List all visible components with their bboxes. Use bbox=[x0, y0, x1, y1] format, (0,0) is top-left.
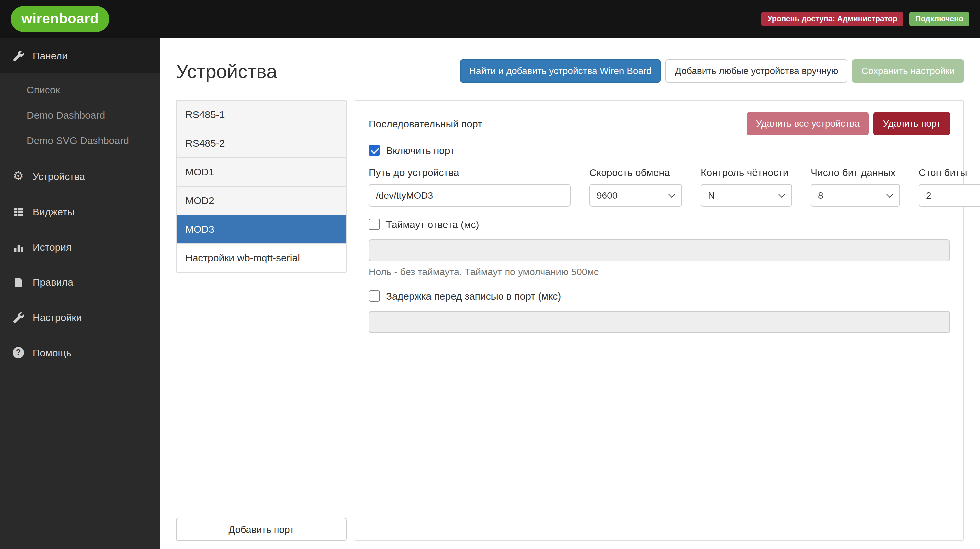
panel-title: Последовательный порт bbox=[369, 118, 482, 129]
port-list-item-rs485-2[interactable]: RS485-2 bbox=[177, 129, 346, 158]
wirenboard-logo[interactable]: wirenboard bbox=[11, 6, 109, 32]
settings-wrench-icon bbox=[13, 312, 24, 323]
port-settings-form: Путь до устройства Скорость обмена 9600 … bbox=[369, 167, 950, 206]
sidebar-item-devices[interactable]: ⚙ Устройства bbox=[0, 159, 160, 194]
sidebar-item-label: Настройки bbox=[33, 310, 82, 325]
sidebar-item-label: Помощь bbox=[33, 345, 72, 360]
parity-value: N bbox=[708, 190, 715, 200]
sidebar-item-demo-svg-dashboard[interactable]: Demo SVG Dashboard bbox=[0, 128, 160, 153]
sidebar-item-panels[interactable]: Панели bbox=[0, 38, 160, 73]
response-timeout-help: Ноль - без таймаута. Таймаут по умолчани… bbox=[369, 267, 950, 277]
port-list-column: RS485-1 RS485-2 MOD1 MOD2 MOD3 Настройки… bbox=[176, 100, 347, 541]
sidebar-item-history[interactable]: История bbox=[0, 229, 160, 265]
parity-select[interactable]: N bbox=[701, 184, 792, 206]
response-timeout-checkbox[interactable] bbox=[369, 219, 380, 230]
data-bits-select[interactable]: 8 bbox=[811, 184, 900, 206]
add-port-button[interactable]: Добавить порт bbox=[176, 518, 347, 541]
find-add-devices-button[interactable]: Найти и добавить устройства Wiren Board bbox=[460, 59, 661, 83]
sidebar-item-list[interactable]: Список bbox=[0, 77, 160, 103]
main-content: Устройства Найти и добавить устройства W… bbox=[160, 38, 980, 549]
write-delay-label: Задержка перед записью в порт (мкс) bbox=[386, 290, 561, 302]
port-list-item-mod2[interactable]: MOD2 bbox=[177, 187, 346, 215]
sidebar: Панели Список Demo Dashboard Demo SVG Da… bbox=[0, 38, 160, 549]
baud-rate-label: Скорость обмена bbox=[589, 167, 682, 178]
gear-icon: ⚙ bbox=[13, 171, 24, 182]
widgets-icon bbox=[13, 206, 24, 217]
content-header: Устройства Найти и добавить устройства W… bbox=[176, 59, 964, 83]
sidebar-item-label: Панели bbox=[33, 48, 68, 63]
serial-port-panel: Последовательный порт Удалить все устрой… bbox=[355, 100, 964, 541]
baud-rate-value: 9600 bbox=[597, 190, 617, 200]
device-path-label: Путь до устройства bbox=[369, 167, 571, 178]
panel-header: Последовательный порт Удалить все устрой… bbox=[369, 112, 950, 135]
enable-port-row: Включить порт bbox=[369, 144, 950, 156]
sidebar-item-label: Устройства bbox=[33, 168, 85, 184]
enable-port-checkbox[interactable] bbox=[369, 144, 380, 156]
enable-port-label: Включить порт bbox=[386, 144, 455, 156]
stop-bits-value: 2 bbox=[926, 190, 931, 200]
chevron-down-icon bbox=[668, 190, 675, 197]
port-list: RS485-1 RS485-2 MOD1 MOD2 MOD3 Настройки… bbox=[176, 100, 347, 273]
response-timeout-row: Таймаут ответа (мс) bbox=[369, 219, 950, 230]
sidebar-item-label: История bbox=[33, 239, 72, 254]
app-root: wirenboard Уровень доступа: Администрато… bbox=[0, 0, 980, 549]
parity-label: Контроль чётности bbox=[701, 167, 792, 178]
rules-file-icon bbox=[13, 276, 24, 288]
access-level-badge: Уровень доступа: Администратор bbox=[761, 12, 903, 26]
stop-bits-label: Стоп биты bbox=[919, 167, 980, 178]
save-settings-button[interactable]: Сохранить настройки bbox=[852, 59, 964, 83]
sidebar-item-demo-dashboard[interactable]: Demo Dashboard bbox=[0, 103, 160, 128]
connection-status-badge: Подключено bbox=[909, 12, 969, 26]
write-delay-row: Задержка перед записью в порт (мкс) bbox=[369, 290, 950, 302]
write-delay-input bbox=[369, 311, 950, 333]
data-bits-label: Число бит данных bbox=[811, 167, 900, 178]
delete-all-devices-button[interactable]: Удалить все устройства bbox=[747, 112, 869, 135]
device-path-input[interactable] bbox=[369, 184, 571, 206]
sidebar-item-help[interactable]: ? Помощь bbox=[0, 335, 160, 370]
sidebar-item-widgets[interactable]: Виджеты bbox=[0, 194, 160, 229]
sidebar-item-settings[interactable]: Настройки bbox=[0, 300, 160, 335]
header-actions: Найти и добавить устройства Wiren Board … bbox=[460, 59, 964, 83]
port-list-item-rs485-1[interactable]: RS485-1 bbox=[177, 101, 346, 129]
chevron-down-icon bbox=[886, 190, 893, 197]
baud-rate-select[interactable]: 9600 bbox=[589, 184, 682, 206]
response-timeout-label: Таймаут ответа (мс) bbox=[386, 219, 479, 230]
sidebar-item-label: Правила bbox=[33, 274, 73, 290]
history-chart-icon bbox=[13, 241, 24, 252]
write-delay-checkbox[interactable] bbox=[369, 290, 380, 302]
page-title: Устройства bbox=[176, 60, 277, 82]
chevron-down-icon bbox=[778, 190, 785, 197]
data-bits-value: 8 bbox=[818, 190, 823, 200]
response-timeout-input bbox=[369, 239, 950, 261]
port-list-item-mod3[interactable]: MOD3 bbox=[177, 215, 346, 244]
add-devices-manually-button[interactable]: Добавить любые устройства вручную bbox=[666, 59, 848, 83]
port-list-item-wb-mqtt-serial-settings[interactable]: Настройки wb-mqtt-serial bbox=[177, 244, 346, 272]
wrench-icon bbox=[13, 50, 24, 61]
topbar-status: Уровень доступа: Администратор Подключен… bbox=[761, 12, 969, 26]
stop-bits-select[interactable]: 2 bbox=[919, 184, 980, 206]
panel-actions: Удалить все устройства Удалить порт bbox=[747, 112, 950, 135]
sidebar-item-rules[interactable]: Правила bbox=[0, 265, 160, 300]
help-question-icon: ? bbox=[13, 347, 24, 359]
port-list-item-mod1[interactable]: MOD1 bbox=[177, 158, 346, 187]
delete-port-button[interactable]: Удалить порт bbox=[873, 112, 950, 135]
topbar: wirenboard Уровень доступа: Администрато… bbox=[0, 0, 980, 38]
sidebar-item-label: Виджеты bbox=[33, 204, 74, 219]
